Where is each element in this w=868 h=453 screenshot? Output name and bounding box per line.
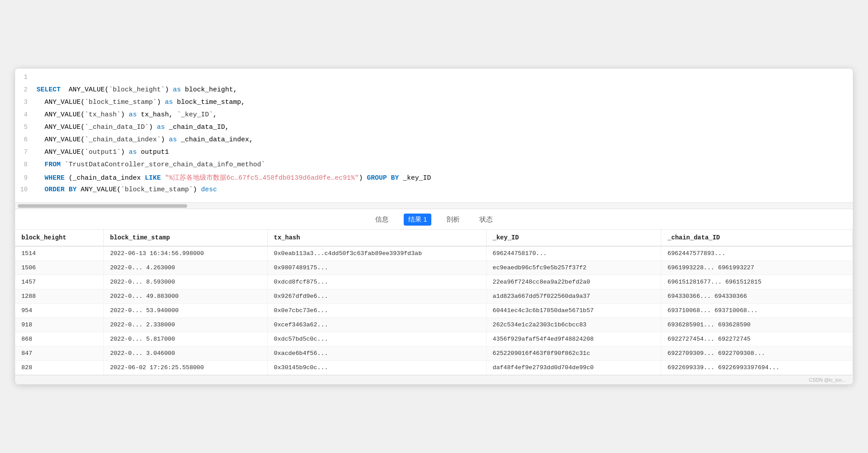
- sql-code-6: ANY_VALUE(`_chain_data_index`) as _chain…: [37, 136, 253, 144]
- scrollbar-area[interactable]: [15, 203, 853, 209]
- line-num-3: 3: [15, 99, 37, 106]
- table-cell: 694330366... 694330366: [661, 289, 853, 304]
- sql-line-8: 8 FROM `TrustDataController_store_chain_…: [15, 161, 853, 173]
- table-cell: 954: [15, 304, 103, 318]
- table-cell: 1288: [15, 289, 103, 304]
- table-cell: 6936285901... 693628590: [661, 318, 853, 332]
- table-cell: 2022-0... 53.940000: [103, 304, 267, 318]
- table-cell: 2022-0... 2.338000: [103, 318, 267, 332]
- sql-line-3: 3 ANY_VALUE(`block_time_stamp`) as block…: [15, 98, 853, 111]
- table-cell: 0x0e7cbc73e6...: [267, 304, 486, 318]
- col-block-time-stamp: block_time_stamp: [103, 230, 267, 246]
- table-cell: 2022-0... 4.263000: [103, 261, 267, 275]
- table-cell: 2022-0... 8.593000: [103, 275, 267, 289]
- col-chain-data-id: _chain_data_ID: [661, 230, 853, 246]
- table-cell: 0xcef3463a62...: [267, 318, 486, 332]
- table-cell: 0x0eab113a3...c4dd50f3c63fab89ee3939fd3a…: [267, 246, 486, 261]
- table-row: 8682022-0... 5.8170000xdc57bd5c0c...4356…: [15, 332, 853, 346]
- table-cell: 6252209016f463f8f90f862c31c: [486, 346, 661, 361]
- tab-results[interactable]: 结果 1: [404, 214, 432, 226]
- table-cell: 1514: [15, 246, 103, 261]
- col-tx-hash: tx_hash: [267, 230, 486, 246]
- table-cell: 1506: [15, 261, 103, 275]
- line-num-4: 4: [15, 111, 37, 118]
- sql-code-2: SELECT ANY_VALUE(`block_height`) as bloc…: [37, 86, 237, 94]
- sql-code-3: ANY_VALUE(`block_time_stamp`) as block_t…: [37, 99, 245, 106]
- scrollbar-thumb[interactable]: [18, 204, 187, 208]
- col-block-height: block_height: [15, 230, 103, 246]
- table-cell: 2022-0... 49.883000: [103, 289, 267, 304]
- line-num-5: 5: [15, 124, 37, 131]
- main-container: 1 2 SELECT ANY_VALUE(`block_height`) as …: [15, 69, 853, 384]
- table-row: 12882022-0... 49.8830000x9267dfd9e6...a1…: [15, 289, 853, 304]
- table-cell: 0x9807489175...: [267, 261, 486, 275]
- table-row: 14572022-0... 8.5930000xdcd8fcf875...22e…: [15, 275, 853, 289]
- table-cell: 868: [15, 332, 103, 346]
- table-cell: 847: [15, 346, 103, 361]
- table-cell: 0x30145b9c0c...: [267, 361, 486, 375]
- sql-code-10: ORDER BY ANY_VALUE(`block_time_stamp`) d…: [37, 186, 217, 194]
- table-cell: 6922709309... 6922709308...: [661, 346, 853, 361]
- table-cell: 0xdc57bd5c0c...: [267, 332, 486, 346]
- table-row: 8472022-0... 3.0460000xacde6b4f56...6252…: [15, 346, 853, 361]
- table-cell: 696151281677... 6961512815: [661, 275, 853, 289]
- table-cell: 1457: [15, 275, 103, 289]
- footer-bar: CSDN @lc_ico...: [15, 375, 853, 384]
- tabs-bar: 信息 结果 1 剖析 状态: [15, 209, 853, 230]
- table-cell: 6922699339... 69226993397694...: [661, 361, 853, 375]
- table-row: 8282022-06-02 17:26:25.5580000x30145b9c0…: [15, 361, 853, 375]
- table-cell: 0xacde6b4f56...: [267, 346, 486, 361]
- sql-code-4: ANY_VALUE(`tx_hash`) as tx_hash, `_key_I…: [37, 111, 217, 119]
- table-cell: ec9eaedb96c5fc9e5b257f37f2: [486, 261, 661, 275]
- table-cell: 2022-06-02 17:26:25.558000: [103, 361, 267, 375]
- table-cell: 693710068... 693710068...: [661, 304, 853, 318]
- table-cell: 6962447577893...: [661, 246, 853, 261]
- col-key-id: _key_ID: [486, 230, 661, 246]
- table-cell: 0x9267dfd9e6...: [267, 289, 486, 304]
- results-table: block_height block_time_stamp tx_hash _k…: [15, 230, 853, 375]
- table-row: 9542022-0... 53.9400000x0e7cbc73e6...604…: [15, 304, 853, 318]
- table-cell: 4356f929afaf54f4ed9f48824208: [486, 332, 661, 346]
- table-cell: 6961993228... 6961993227: [661, 261, 853, 275]
- table-cell: 6922727454... 692272745: [661, 332, 853, 346]
- table-row: 15142022-06-13 16:34:56.9980000x0eab113a…: [15, 246, 853, 261]
- sql-code-8: FROM `TrustDataController_store_chain_da…: [37, 161, 265, 169]
- table-cell: 2022-0... 5.817000: [103, 332, 267, 346]
- sql-line-7: 7 ANY_VALUE(`output1`) as output1: [15, 148, 853, 161]
- line-num-8: 8: [15, 161, 37, 168]
- table-cell: 22ea96f7248cc8ea9a22befd2a0: [486, 275, 661, 289]
- tab-info[interactable]: 信息: [371, 214, 393, 226]
- table-cell: 2022-0... 3.046000: [103, 346, 267, 361]
- sql-code-5: ANY_VALUE(`_chain_data_ID`) as _chain_da…: [37, 124, 229, 131]
- sql-line-6: 6 ANY_VALUE(`_chain_data_index`) as _cha…: [15, 136, 853, 148]
- line-num-1: 1: [15, 74, 37, 81]
- sql-line-2: 2 SELECT ANY_VALUE(`block_height`) as bl…: [15, 86, 853, 98]
- table-header-row: block_height block_time_stamp tx_hash _k…: [15, 230, 853, 246]
- line-num-2: 2: [15, 86, 37, 93]
- table-row: 15062022-0... 4.2630000x9807489175...ec9…: [15, 261, 853, 275]
- line-num-9: 9: [15, 174, 37, 181]
- line-num-10: 10: [15, 186, 37, 193]
- table-row: 9182022-0... 2.3380000xcef3463a62...262c…: [15, 318, 853, 332]
- sql-line-5: 5 ANY_VALUE(`_chain_data_ID`) as _chain_…: [15, 123, 853, 136]
- table-cell: daf48f4ef9e2793dd0d704de99c0: [486, 361, 661, 375]
- table-cell: 696244758170...: [486, 246, 661, 261]
- sql-line-1: 1: [15, 73, 853, 86]
- table-cell: 60441ec4c3c6b17850dae5671b57: [486, 304, 661, 318]
- table-cell: 918: [15, 318, 103, 332]
- sql-code-7: ANY_VALUE(`output1`) as output1: [37, 148, 169, 156]
- table-cell: 2022-06-13 16:34:56.998000: [103, 246, 267, 261]
- sql-editor[interactable]: 1 2 SELECT ANY_VALUE(`block_height`) as …: [15, 69, 853, 203]
- sql-line-9: 9 WHERE (_chain_data_index LIKE "%江苏各地级市…: [15, 173, 853, 185]
- table-cell: 262c534e1c2a2303c1b6cbcc83: [486, 318, 661, 332]
- table-cell: 828: [15, 361, 103, 375]
- line-num-7: 7: [15, 148, 37, 156]
- tab-status[interactable]: 状态: [475, 214, 497, 226]
- sql-line-4: 4 ANY_VALUE(`tx_hash`) as tx_hash, `_key…: [15, 111, 853, 123]
- results-table-wrap: block_height block_time_stamp tx_hash _k…: [15, 230, 853, 375]
- watermark: CSDN @lc_ico...: [809, 377, 846, 383]
- table-cell: a1d823a667dd57f022560da9a37: [486, 289, 661, 304]
- tab-analyze[interactable]: 剖析: [442, 214, 464, 226]
- line-num-6: 6: [15, 136, 37, 143]
- sql-code-9: WHERE (_chain_data_index LIKE "%江苏各地级市数据…: [37, 173, 431, 182]
